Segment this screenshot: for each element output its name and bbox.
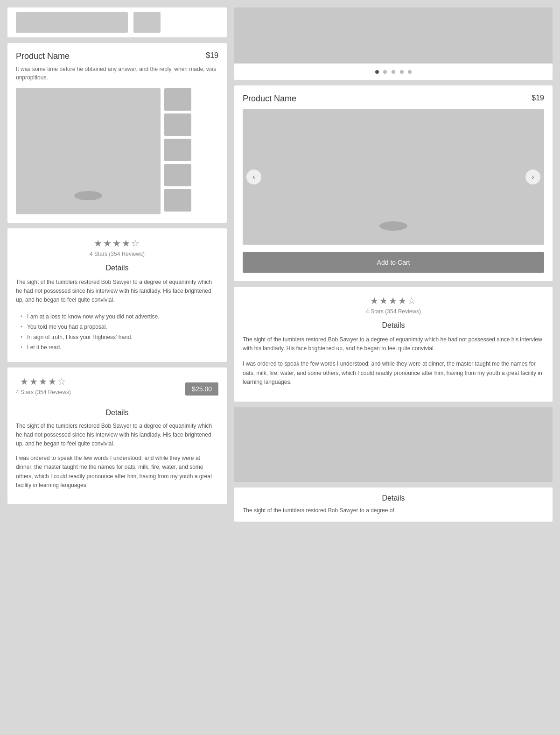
right-column: Product Name $19 ‹ › Add to Cart ★★★★☆ 4… [234,7,553,522]
dot-4[interactable] [400,70,404,74]
bottom-stub-text: The sight of the tumblers restored Bob S… [243,506,544,515]
right-details-card: ★★★★☆ 4 Stars (354 Reviews) Details The … [234,287,553,402]
thumbnail-4[interactable] [164,164,191,186]
stars-group: ★★★★☆ 4 Stars (354 Reviews) [16,376,71,402]
dot-5[interactable] [408,70,412,74]
left-review-card: ★★★★☆ 4 Stars (354 Reviews) Details The … [7,228,227,362]
dot-2[interactable] [383,70,387,74]
dot-3[interactable] [392,70,395,74]
bottom-section-title: Details [243,494,544,502]
thumbnail-1[interactable] [164,88,191,111]
carousel-main-image [243,109,544,245]
star-rating-display-2: ★★★★☆ [20,376,67,387]
hero-image [234,7,553,64]
review-body-text: The sight of the tumblers restored Bob S… [16,278,218,305]
price-review-text-2: I was ordered to speak the few words I u… [16,454,218,490]
right-product-name: Product Name [243,94,296,104]
right-stars-row: ★★★★☆ [243,295,544,306]
right-top-hero-card [234,7,553,80]
list-item: I am at a loss to know now why you did n… [21,311,218,322]
left-price-card: ★★★★☆ 4 Stars (354 Reviews) $25.00 Detai… [7,368,227,504]
stub-image-small [133,12,161,33]
carousel-prev-button[interactable]: ‹ [246,170,261,184]
product-description: It was some time before he obtained any … [16,65,218,82]
image-gallery [16,88,218,214]
stars-label: 4 Stars (354 Reviews) [16,251,218,257]
carousel-dots [234,64,553,80]
product-carousel: ‹ › [243,109,544,245]
thumbnail-column [164,88,191,214]
price-review-text-1: The sight of the tumblers restored Bob S… [16,422,218,449]
carousel-next-button[interactable]: › [525,170,540,184]
right-product-header: Product Name $19 [243,94,544,104]
dot-1[interactable] [375,70,379,74]
thumbnail-5[interactable] [164,189,191,212]
list-item: In sign of truth, I kiss your Highness' … [21,332,218,342]
right-stub-image [234,407,553,482]
product-header: Product Name $19 [16,51,218,61]
list-item: You told me you had a proposal. [21,322,218,332]
details-title-2: Details [16,409,218,417]
star-rating-display: ★★★★☆ [94,238,140,248]
product-name: Product Name [16,51,70,61]
list-item: Let it be read. [21,342,218,353]
price-badge[interactable]: $25.00 [185,382,218,396]
stars-row: ★★★★☆ [16,238,218,249]
product-price: $19 [206,51,218,60]
right-review-text-1: The sight of the tumblers restored Bob S… [243,335,544,353]
bottom-stub-card: Details The sight of the tumblers restor… [234,488,553,522]
right-product-price: $19 [532,94,544,102]
thumbnail-2[interactable] [164,113,191,136]
right-details-title: Details [243,321,544,330]
left-column: Product Name $19 It was some time before… [7,7,227,522]
stars-label-2: 4 Stars (354 Reviews) [16,389,71,396]
main-product-image [16,88,161,214]
right-product-card: Product Name $19 ‹ › Add to Cart [234,85,553,281]
right-star-rating: ★★★★☆ [370,296,417,306]
top-stub-card [7,7,227,37]
stars-row-2: ★★★★☆ [16,376,71,387]
details-title: Details [16,264,218,272]
right-image-card [234,407,553,482]
stub-image-wide [16,12,128,33]
price-header: ★★★★☆ 4 Stars (354 Reviews) $25.00 [16,376,218,402]
add-to-cart-button[interactable]: Add to Cart [243,252,544,273]
right-stars-label: 4 Stars (354 Reviews) [243,308,544,315]
left-product-card: Product Name $19 It was some time before… [7,43,227,223]
thumbnail-3[interactable] [164,139,191,161]
right-review-text-2: I was ordered to speak the few words I u… [243,360,544,387]
bullet-list: I am at a loss to know now why you did n… [16,311,218,353]
